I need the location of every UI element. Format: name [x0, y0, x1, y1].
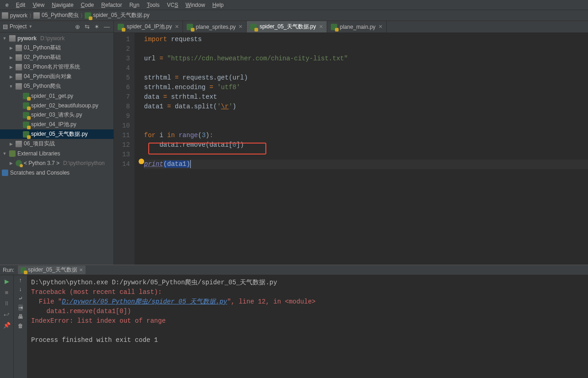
locate-icon[interactable]: ⊕ [74, 23, 81, 30]
folder-icon [16, 54, 22, 61]
tree-scratches[interactable]: Scratches and Consoles [0, 168, 113, 177]
python-file-icon [250, 24, 257, 30]
python-icon [16, 160, 22, 166]
tab-label: spider_04_IP池.py [127, 23, 172, 31]
collapse-arrow-icon[interactable]: ▶ [8, 46, 14, 50]
editor-tab[interactable]: plane_sprites.py✕ [183, 21, 247, 32]
menu-file[interactable]: e [2, 1, 12, 9]
settings-icon[interactable]: ✶ [93, 23, 100, 30]
stop-icon[interactable]: ■ [3, 288, 11, 296]
run-console[interactable]: D:\python\python.exe D:/pywork/05_Python… [27, 275, 588, 378]
expand-arrow-icon[interactable]: ▼ [2, 36, 7, 41]
tree-label: < Python 3.7 > [24, 160, 59, 166]
breadcrumb-folder[interactable]: 05_Python爬虫 [33, 11, 79, 19]
tree-folder[interactable]: ▶06_项目实战 [0, 139, 113, 149]
close-icon[interactable]: ✕ [378, 24, 383, 30]
console-file-link[interactable]: D:/pywork/05_Python爬虫/spider_05_天气数据.py [62, 298, 227, 305]
pin-icon[interactable]: 📌 [3, 321, 11, 329]
tree-external-libs[interactable]: ▼External Libraries [0, 149, 113, 158]
collapse-arrow-icon[interactable]: ▶ [8, 65, 14, 69]
tree-folder[interactable]: ▶01_Python基础 [0, 43, 113, 53]
collapse-arrow-icon[interactable]: ▶ [8, 161, 14, 165]
run-tabbar: Run: spider_05_天气数据 ✕ [0, 265, 588, 275]
project-tree[interactable]: ▼ pywork D:\pywork ▶01_Python基础 ▶02_Pyth… [0, 32, 113, 265]
library-icon [9, 150, 16, 157]
intention-bulb-icon[interactable] [139, 159, 144, 164]
collapse-arrow-icon[interactable]: ▶ [8, 55, 14, 60]
menu-view[interactable]: View [29, 1, 48, 9]
breadcrumb-folder-label: 05_Python爬虫 [42, 11, 79, 19]
folder-icon [9, 35, 16, 42]
expand-arrow-icon[interactable]: ▼ [8, 84, 14, 89]
expand-arrow-icon[interactable]: ▼ [2, 151, 7, 156]
tree-folder[interactable]: ▶03_Pthon名片管理系统 [0, 62, 113, 72]
menu-help[interactable]: Help [209, 1, 227, 9]
menu-refactor[interactable]: Refactor [97, 1, 125, 9]
editor-tab-active[interactable]: spider_05_天气数据.py✕ [247, 21, 327, 32]
hide-icon[interactable]: — [103, 23, 111, 30]
run-toolbar-left: ▶ ■ ⏸ ⮐ 📌 [0, 275, 14, 378]
breadcrumb-file[interactable]: spider_05_天气数据.py [85, 11, 149, 19]
expand-icon[interactable]: ⇆ [84, 23, 91, 30]
menu-vcs[interactable]: VCS [163, 1, 182, 9]
editor-tabs: spider_04_IP池.py✕ plane_sprites.py✕ spid… [114, 21, 588, 33]
breadcrumb-sep [27, 12, 33, 19]
scroll-to-end-icon[interactable]: ⇥ [18, 304, 23, 311]
close-icon[interactable]: ✕ [79, 267, 83, 272]
project-header: ▤ Project ▼ ⊕ ⇆ ✶ — [0, 21, 113, 32]
close-icon[interactable]: ✕ [238, 24, 243, 30]
folder-icon [33, 12, 40, 19]
breadcrumb-project[interactable]: pywork [2, 12, 27, 19]
tree-label: spider_03_请求头.py [31, 111, 82, 119]
run-label: Run: [3, 267, 14, 273]
run-tab[interactable]: spider_05_天气数据 ✕ [18, 266, 85, 274]
pause-icon[interactable]: ⏸ [3, 299, 11, 307]
up-icon[interactable]: ↑ [19, 277, 22, 283]
tree-folder[interactable]: ▶04_Python面向对象 [0, 72, 113, 81]
code-editor[interactable]: 1234567891011121314 import requests url … [114, 33, 588, 265]
exit-icon[interactable]: ⮐ [3, 310, 11, 318]
menu-edit[interactable]: Edit [12, 1, 29, 9]
trash-icon[interactable]: 🗑 [18, 323, 23, 329]
tree-file-selected[interactable]: spider_05_天气数据.py [0, 129, 113, 139]
dropdown-icon[interactable]: ▼ [28, 24, 32, 29]
tree-file[interactable]: spider_04_IP池.py [0, 120, 113, 129]
tree-root-path: D:\pywork [40, 35, 65, 42]
tree-folder[interactable]: ▶02_Python基础 [0, 53, 113, 62]
python-file-icon [187, 24, 193, 30]
console-exit: Process finished with exit code 1 [31, 336, 158, 344]
tab-label: spider_05_天气数据.py [259, 23, 316, 31]
editor-tab[interactable]: spider_04_IP池.py✕ [114, 21, 183, 32]
collapse-arrow-icon[interactable]: ▶ [8, 142, 14, 146]
folder-icon [16, 45, 22, 51]
close-icon[interactable]: ✕ [175, 24, 179, 30]
menu-navigate[interactable]: Navigate [48, 1, 77, 9]
print-icon[interactable]: 🖶 [18, 314, 23, 320]
tree-file[interactable]: spider_02_beautifulsoup.py [0, 101, 113, 110]
menu-run[interactable]: Run [126, 1, 143, 9]
editor-area: spider_04_IP池.py✕ plane_sprites.py✕ spid… [114, 21, 588, 265]
python-file-icon [331, 24, 337, 30]
rerun-icon[interactable]: ▶ [3, 277, 11, 285]
tree-label: spider_02_beautifulsoup.py [31, 102, 98, 109]
menu-tools[interactable]: Tools [143, 1, 163, 9]
tab-label: plane_sprites.py [196, 24, 236, 30]
breadcrumb-file-label: spider_05_天气数据.py [93, 11, 149, 19]
tree-folder[interactable]: ▼05_Python爬虫 [0, 81, 113, 91]
tree-label: spider_01_get.py [31, 93, 73, 99]
tree-file[interactable]: spider_03_请求头.py [0, 110, 113, 120]
tree-file[interactable]: spider_01_get.py [0, 91, 113, 101]
editor-tab[interactable]: plane_main.py✕ [327, 21, 387, 32]
close-icon[interactable]: ✕ [319, 24, 323, 30]
tree-python-env[interactable]: ▶< Python 3.7 >D:\python\python [0, 158, 113, 168]
breadcrumb-sep [79, 12, 85, 19]
menu-window[interactable]: Window [182, 1, 209, 9]
tree-root[interactable]: ▼ pywork D:\pywork [0, 33, 113, 43]
soft-wrap-icon[interactable]: ⤶ [18, 295, 23, 302]
python-file-icon [23, 102, 29, 109]
code-content[interactable]: import requests url = "https://cdn.hewea… [135, 33, 588, 265]
down-icon[interactable]: ↓ [19, 286, 22, 293]
menu-code[interactable]: Code [77, 1, 98, 9]
console-err: ", line 12, in <module> [227, 298, 315, 305]
collapse-arrow-icon[interactable]: ▶ [8, 75, 14, 79]
